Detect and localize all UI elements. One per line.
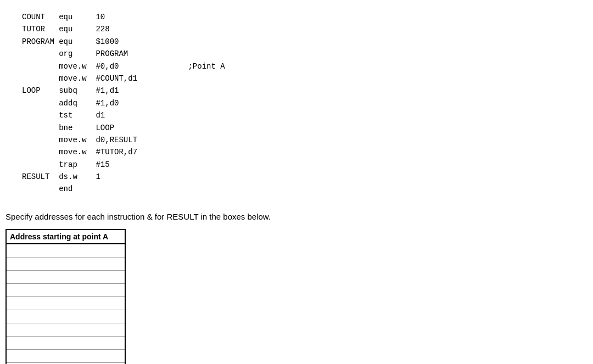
code-line: move.w #COUNT,d1	[22, 72, 588, 85]
address-input-row[interactable]	[7, 257, 125, 271]
code-line: end	[22, 183, 588, 195]
code-line: PROGRAM equ $1000	[22, 36, 588, 48]
address-input-row[interactable]	[7, 337, 125, 350]
specify-text: Specify addresses for each instruction &…	[5, 212, 588, 221]
code-line: bne LOOP	[22, 122, 588, 134]
address-input-row[interactable]	[7, 244, 125, 257]
code-line: RESULT ds.w 1	[22, 171, 588, 183]
address-table: Address starting at point A	[5, 229, 126, 364]
code-block: COUNT equ 10 TUTOR equ 228 PROGRAM equ $…	[22, 11, 588, 195]
address-input-row[interactable]	[7, 350, 125, 363]
address-input-row[interactable]	[7, 310, 125, 323]
code-line: LOOP subq #1,d1	[22, 85, 588, 97]
address-input-row[interactable]	[7, 271, 125, 284]
address-input-row[interactable]	[7, 323, 125, 337]
code-line: addq #1,d0	[22, 97, 588, 109]
address-input-row[interactable]	[7, 284, 125, 297]
code-line: move.w #TUTOR,d7	[22, 146, 588, 158]
code-line: org PROGRAM	[22, 48, 588, 60]
code-line: COUNT equ 10	[22, 11, 588, 23]
code-line: move.w d0,RESULT	[22, 134, 588, 146]
code-line: move.w #0,d0 ;Point A	[22, 60, 588, 72]
code-line: tst d1	[22, 109, 588, 121]
address-table-header: Address starting at point A	[7, 230, 125, 244]
address-rows-container	[7, 244, 125, 364]
code-line: trap #15	[22, 159, 588, 171]
address-input-row[interactable]	[7, 297, 125, 310]
code-line: TUTOR equ 228	[22, 23, 588, 35]
